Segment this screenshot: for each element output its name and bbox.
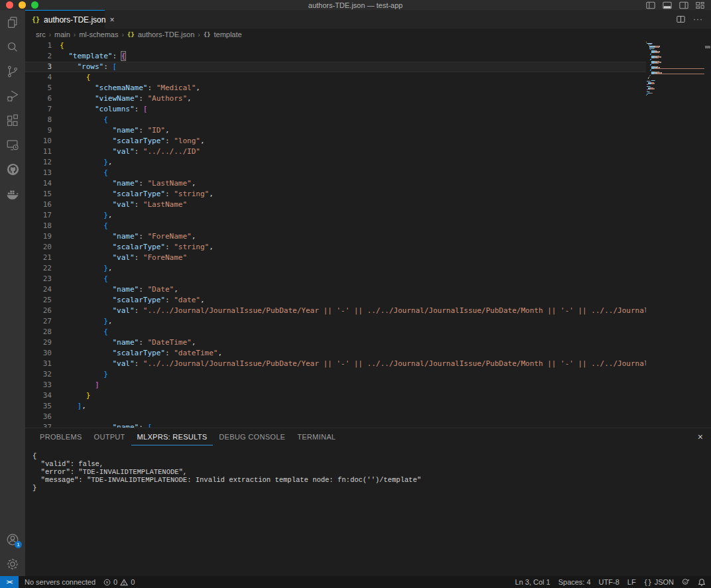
code-line[interactable]: 25 "scalarType": "date", <box>25 295 711 306</box>
code-line[interactable]: 18 { <box>25 221 711 231</box>
breadcrumb-item-src[interactable]: src <box>36 30 46 38</box>
output-line: "message": "TDE-INVALIDTEMPLATENODE: Inv… <box>32 476 711 484</box>
close-window-button[interactable] <box>6 1 13 9</box>
customize-layout-icon[interactable] <box>696 1 704 9</box>
code-line[interactable]: 11 "val": "../../../ID" <box>25 147 711 157</box>
settings-gear-icon[interactable] <box>0 552 25 576</box>
code-line[interactable]: 24 "name": "Date", <box>25 284 711 295</box>
explorer-icon[interactable] <box>0 10 25 34</box>
code-line[interactable]: 35 ], <box>25 401 711 412</box>
close-panel-icon[interactable]: × <box>698 428 703 445</box>
minimap-row <box>651 63 659 64</box>
code-line[interactable]: 15 "scalarType": "string", <box>25 189 711 200</box>
run-and-debug-icon[interactable] <box>0 84 25 108</box>
problems-status[interactable]: 0 0 <box>99 578 139 586</box>
tab-terminal[interactable]: TERMINAL <box>291 428 342 445</box>
code-line[interactable]: 7 "columns": [ <box>25 104 711 115</box>
breadcrumb-item-file[interactable]: authors-TDE.json <box>138 30 195 38</box>
docker-icon[interactable] <box>0 182 25 206</box>
breadcrumb-item-ml-schemas[interactable]: ml-schemas <box>79 30 118 38</box>
code-line[interactable]: 34 } <box>25 390 711 401</box>
encoding-status[interactable]: UTF-8 <box>595 578 623 586</box>
more-actions-icon[interactable]: ··· <box>693 15 703 24</box>
bottom-panel: PROBLEMS OUTPUT MLXPRS: RESULTS DEBUG CO… <box>25 428 711 576</box>
code-line[interactable]: 12 }, <box>25 157 711 168</box>
extensions-icon[interactable] <box>0 108 25 133</box>
code-line[interactable]: 9 "name": "ID", <box>25 125 711 136</box>
code-line[interactable]: 14 "name": "LastName", <box>25 178 711 189</box>
github-icon[interactable] <box>0 157 25 182</box>
code-line[interactable]: 30 "scalarType": "dateTime", <box>25 348 711 359</box>
tab-problems[interactable]: PROBLEMS <box>34 428 88 445</box>
minimap-row <box>651 74 704 75</box>
notifications-bell-icon[interactable] <box>694 578 707 587</box>
line-number: 1 <box>25 40 60 51</box>
feedback-icon[interactable] <box>678 578 694 586</box>
tab-mlxprs-results[interactable]: MLXPRS: RESULTS <box>131 428 214 445</box>
code-line[interactable]: 6 "viewName": "Authors", <box>25 93 711 104</box>
breadcrumb: src › main › ml-schemas › {} authors-TDE… <box>25 29 711 40</box>
code-editor[interactable]: 1{2 "template": {3 "rows": [4 {5 "schema… <box>25 40 711 428</box>
split-editor-icon[interactable] <box>677 15 685 23</box>
error-count: 0 <box>113 578 117 586</box>
code-line[interactable]: 27 }, <box>25 316 711 327</box>
breadcrumb-item-main[interactable]: main <box>54 30 70 38</box>
indentation-status[interactable]: Spaces: 4 <box>554 578 595 586</box>
remote-indicator[interactable]: >< <box>0 576 19 588</box>
accounts-icon[interactable]: 1 <box>0 527 25 552</box>
code-line[interactable]: 3 "rows": [ <box>25 62 711 72</box>
code-line[interactable]: 32 } <box>25 369 711 380</box>
minimap-row <box>646 95 647 96</box>
tab-authors-tde-json[interactable]: {} authors-TDE.json × <box>25 10 105 29</box>
code-line[interactable]: 21 "val": "ForeName" <box>25 253 711 263</box>
code-line[interactable]: 2 "template": { <box>25 51 711 62</box>
code-line[interactable]: 28 { <box>25 327 711 337</box>
code-line[interactable]: 20 "scalarType": "string", <box>25 242 711 253</box>
code-line[interactable]: 31 "val": "../../Journal/JournalIssue/Pu… <box>25 359 711 369</box>
minimap-row <box>647 93 647 95</box>
window-title: authors-TDE.json — test-app <box>0 1 711 9</box>
code-line[interactable]: 22 }, <box>25 263 711 274</box>
code-line[interactable]: 8 { <box>25 115 711 125</box>
eol-status[interactable]: LF <box>623 578 640 586</box>
source-control-icon[interactable] <box>0 59 25 84</box>
code-line[interactable]: 4 { <box>25 72 711 83</box>
line-number: 37 <box>25 422 60 428</box>
code-line[interactable]: 1{ <box>25 40 711 51</box>
code-line[interactable]: 29 "name": "DateTime", <box>25 337 711 348</box>
overview-ruler[interactable] <box>704 40 711 428</box>
code-line[interactable]: 33 ] <box>25 380 711 390</box>
code-line[interactable]: 37 "name": [ <box>25 422 711 428</box>
minimap-row <box>648 78 649 79</box>
line-number: 25 <box>25 295 60 306</box>
line-number: 15 <box>25 189 60 200</box>
remote-explorer-icon[interactable] <box>0 133 25 157</box>
search-icon[interactable] <box>0 34 25 59</box>
code-line[interactable]: 13 { <box>25 168 711 178</box>
toggle-panel-icon[interactable] <box>663 1 672 9</box>
minimap[interactable] <box>646 42 704 428</box>
code-line[interactable]: 16 "val": "LastName" <box>25 200 711 210</box>
close-tab-icon[interactable]: × <box>109 15 114 25</box>
server-status[interactable]: No servers connected <box>19 578 99 586</box>
traffic-lights <box>0 1 38 9</box>
tab-output[interactable]: OUTPUT <box>88 428 131 445</box>
code-line[interactable]: 17 }, <box>25 210 711 221</box>
minimize-window-button[interactable] <box>19 1 26 9</box>
code-line[interactable]: 26 "val": "../../Journal/JournalIssue/Pu… <box>25 306 711 316</box>
code-line[interactable]: 19 "name": "ForeName", <box>25 231 711 242</box>
cursor-position[interactable]: Ln 3, Col 1 <box>511 578 554 586</box>
code-line[interactable]: 23 { <box>25 274 711 284</box>
toggle-secondary-sidebar-icon[interactable] <box>679 1 688 9</box>
code-line[interactable]: 36 <box>25 412 711 422</box>
output-line: { <box>32 452 711 460</box>
zoom-window-button[interactable] <box>31 1 38 9</box>
line-number: 29 <box>25 337 60 348</box>
code-line[interactable]: 5 "schemaName": "Medical", <box>25 83 711 93</box>
breadcrumb-item-template[interactable]: template <box>214 30 241 38</box>
status-bar: >< No servers connected 0 0 Ln 3, Col 1 … <box>0 576 711 588</box>
toggle-primary-sidebar-icon[interactable] <box>646 1 655 9</box>
tab-debug-console[interactable]: DEBUG CONSOLE <box>213 428 291 445</box>
code-line[interactable]: 10 "scalarType": "long", <box>25 136 711 147</box>
language-mode[interactable]: {} JSON <box>640 578 678 586</box>
